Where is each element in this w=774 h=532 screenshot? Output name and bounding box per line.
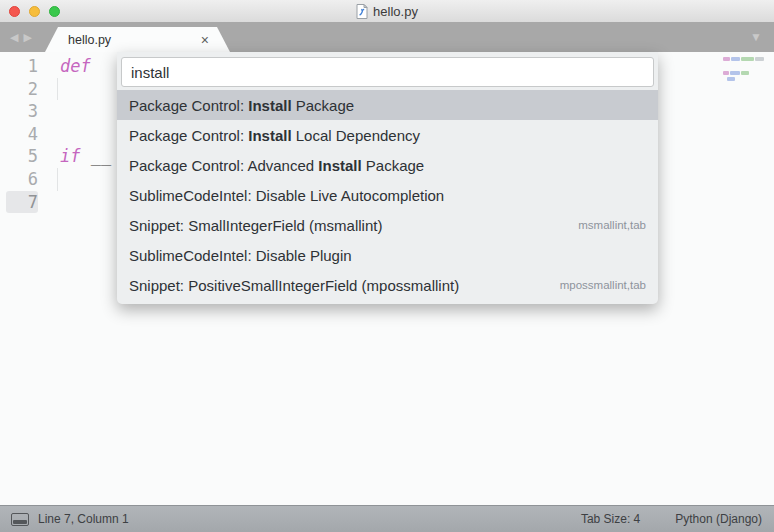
syntax-indicator[interactable]: Python (Django) xyxy=(675,512,762,526)
palette-item-label: Package Control: Advanced Install Packag… xyxy=(129,157,424,174)
minimap[interactable] xyxy=(709,55,769,99)
tab-close-icon[interactable]: × xyxy=(201,33,209,47)
line-number: 2 xyxy=(6,78,38,101)
nav-back-icon[interactable]: ◀ xyxy=(10,32,18,43)
line-number: 1 xyxy=(6,55,38,78)
window-title-wrap: hello.py xyxy=(356,4,418,19)
minimize-window-button[interactable] xyxy=(29,6,40,17)
code-text: def xyxy=(38,55,101,78)
palette-item-label: Snippet: SmallIntegerField (msmallint) xyxy=(129,217,382,234)
titlebar: hello.py xyxy=(0,0,774,23)
cursor-position[interactable]: Line 7, Column 1 xyxy=(38,512,129,526)
palette-item-label: Package Control: Install Local Dependenc… xyxy=(129,127,420,144)
tab-label: hello.py xyxy=(68,33,111,47)
palette-search-input[interactable] xyxy=(121,57,654,87)
palette-item[interactable]: SublimeCodeIntel: Disable Live Autocompl… xyxy=(117,180,658,210)
palette-item-label: SublimeCodeIntel: Disable Live Autocompl… xyxy=(129,187,444,204)
tab-bar: ◀ ▶ hello.py × ▼ xyxy=(0,22,774,52)
line-number: 4 xyxy=(6,123,38,146)
zoom-window-button[interactable] xyxy=(49,6,60,17)
indent-guide xyxy=(57,168,58,191)
line-number: 6 xyxy=(6,168,38,191)
sublime-window: hello.py ◀ ▶ hello.py × ▼ 1def 2345if __… xyxy=(0,0,774,532)
code-text: if __ xyxy=(38,145,111,168)
line-number: 3 xyxy=(6,100,38,123)
tab-overflow-icon[interactable]: ▼ xyxy=(750,31,762,43)
palette-item-label: SublimeCodeIntel: Disable Plugin xyxy=(129,247,352,264)
status-bar: Line 7, Column 1 Tab Size: 4 Python (Dja… xyxy=(0,505,774,532)
command-palette: Package Control: Install PackagePackage … xyxy=(117,52,658,304)
status-right: Tab Size: 4 Python (Django) xyxy=(581,512,774,526)
palette-item[interactable]: Package Control: Advanced Install Packag… xyxy=(117,150,658,180)
palette-item[interactable]: SublimeCodeIntel: Disable Plugin xyxy=(117,240,658,270)
palette-item[interactable]: Snippet: PositiveSmallIntegerField (mpos… xyxy=(117,270,658,300)
line-number: 7 xyxy=(6,191,38,214)
tab-nav: ◀ ▶ xyxy=(10,22,32,52)
window-title: hello.py xyxy=(373,4,418,19)
line-number: 5 xyxy=(6,145,38,168)
palette-list: Package Control: Install PackagePackage … xyxy=(117,90,658,300)
close-window-button[interactable] xyxy=(9,6,20,17)
palette-item-annotation: msmallint,tab xyxy=(578,219,646,231)
indent-guide xyxy=(57,78,58,101)
tab-hello-py[interactable]: hello.py × xyxy=(45,27,230,52)
nav-forward-icon[interactable]: ▶ xyxy=(23,32,31,43)
palette-item-label: Snippet: PositiveSmallIntegerField (mpos… xyxy=(129,277,459,294)
code-text xyxy=(38,191,60,214)
panel-toggle-icon[interactable] xyxy=(11,513,29,526)
palette-item[interactable]: Package Control: Install Package xyxy=(117,90,658,120)
palette-item-annotation: mpossmallint,tab xyxy=(560,279,646,291)
palette-item[interactable]: Package Control: Install Local Dependenc… xyxy=(117,120,658,150)
code-text xyxy=(38,100,60,123)
tab-size-indicator[interactable]: Tab Size: 4 xyxy=(581,512,640,526)
file-icon xyxy=(356,4,368,19)
palette-item-label: Package Control: Install Package xyxy=(129,97,354,114)
palette-item[interactable]: Snippet: SmallIntegerField (msmallint)ms… xyxy=(117,210,658,240)
code-text xyxy=(38,123,60,146)
traffic-lights xyxy=(9,0,60,22)
